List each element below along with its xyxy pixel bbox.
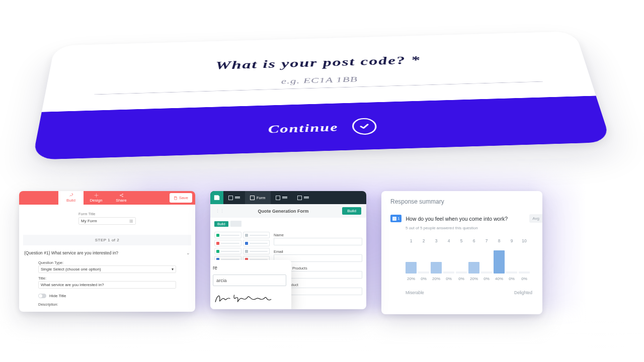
form-editor-card: Form ⋮⋮ Quote Generation Form Build Buil…: [210, 191, 366, 309]
question-text: How do you feel when you come into work?: [406, 216, 525, 222]
toggle-icon: [38, 294, 46, 298]
hero-form-card: What is your post code? * e.g. EC1A 1BB …: [40, 0, 604, 164]
bar-percent: 0%: [484, 277, 490, 281]
title-input[interactable]: What service are you interested in?: [38, 281, 176, 289]
bar-number: 5: [460, 237, 463, 244]
name-label: Name: [274, 233, 362, 237]
bar-percent: 0%: [521, 277, 527, 281]
tab-generic-2[interactable]: [271, 191, 292, 204]
response-summary-card: Response summary 1 How do you feel when …: [381, 191, 542, 314]
svg-point-0: [96, 195, 97, 196]
save-button[interactable]: Save: [170, 193, 192, 203]
bar-percent: 40%: [495, 277, 503, 281]
signature-label: re: [213, 265, 286, 270]
bar-chart: 120%20%320%40%50%620%70%840%90%100%: [390, 237, 542, 281]
title-label: Title:: [38, 276, 176, 281]
component-item[interactable]: [243, 240, 270, 246]
component-item[interactable]: [214, 232, 242, 238]
tab-design[interactable]: Design: [84, 191, 109, 205]
bar-column: 100%: [519, 237, 530, 281]
bar: [506, 272, 517, 274]
name-input[interactable]: [274, 238, 362, 245]
continue-button-label: Continue: [268, 121, 339, 136]
chevron-down-icon: ▾: [172, 267, 174, 272]
bar-number: 9: [511, 237, 513, 244]
app-logo: [210, 191, 223, 204]
bar-percent: 20%: [432, 277, 440, 281]
builder-card: Build Design Share Save Form Title: [19, 191, 195, 312]
bar-number: 6: [473, 237, 475, 244]
editor-title-bar: ⋮⋮ Quote Generation Form Build: [210, 204, 366, 218]
bar-percent: 0%: [421, 277, 427, 281]
bar: [406, 262, 417, 274]
bar-number: 7: [486, 237, 488, 244]
builder-header: Build Design Share Save: [19, 191, 195, 205]
legend-left: Miserable: [406, 290, 424, 295]
form-title-label: Form Title: [78, 212, 136, 216]
bar-column: 20%: [418, 237, 429, 281]
form-title-input[interactable]: My Form ▦: [78, 217, 136, 225]
component-item[interactable]: [243, 232, 270, 238]
bar-column: 50%: [456, 237, 467, 281]
svg-point-1: [120, 195, 121, 196]
bar: [456, 272, 467, 274]
step-chips: Build: [210, 218, 366, 230]
tab-build[interactable]: Build: [58, 191, 84, 205]
bar-percent: 20%: [470, 277, 478, 281]
bar-percent: 0%: [446, 277, 452, 281]
bar-number: 2: [423, 237, 425, 244]
form-name: Quote Generation Form: [224, 209, 342, 214]
bar: [418, 272, 429, 274]
bar-percent: 0%: [509, 277, 515, 281]
tab-form[interactable]: Form: [245, 191, 271, 204]
chevron-down-icon: ⌄: [186, 250, 190, 255]
tab-generic-1[interactable]: [223, 191, 245, 204]
bar-percent: 20%: [407, 277, 415, 281]
bar-number: 4: [448, 237, 450, 244]
bar-chart-icon: [392, 217, 396, 221]
bar-percent: 0%: [458, 277, 464, 281]
step-chip[interactable]: [230, 221, 242, 227]
question-type-select[interactable]: Single Select (choose one option)▾: [38, 265, 176, 273]
tab-share[interactable]: Share: [109, 191, 134, 205]
bar-number: 8: [498, 237, 501, 244]
bar-column: 40%: [443, 237, 454, 281]
input-underline: [94, 81, 543, 95]
bar-column: 120%: [406, 237, 417, 281]
postcode-input-placeholder[interactable]: e.g. EC1A 1BB: [85, 69, 551, 91]
bar: [468, 262, 479, 274]
description-label: Description:: [38, 302, 176, 307]
bar-column: 840%: [494, 237, 505, 281]
calendar-icon: ▦: [129, 219, 133, 223]
bar-column: 70%: [481, 237, 492, 281]
bar-column: 620%: [468, 237, 479, 281]
bar-number: 10: [522, 237, 526, 244]
bar-column: 320%: [431, 237, 442, 281]
bar-number: 3: [435, 237, 438, 244]
question-accordion-header[interactable]: (Question #1) What service are you inter…: [19, 245, 195, 257]
continue-button[interactable]: Continue: [32, 96, 611, 159]
bar: [443, 272, 454, 274]
svg-point-3: [122, 196, 123, 197]
question-type-label: Question Type:: [38, 260, 176, 265]
signature-popover: re arcia: [210, 260, 291, 309]
hide-title-toggle[interactable]: Hide Title: [38, 294, 176, 298]
question-title: What is your post code? *: [88, 50, 547, 75]
tab-generic-3[interactable]: [292, 191, 314, 204]
component-item[interactable]: [214, 240, 242, 246]
signature-icon: [213, 289, 281, 306]
bar: [494, 250, 505, 274]
bar: [481, 272, 492, 274]
response-summary-title: Response summary: [390, 198, 542, 205]
component-item[interactable]: [214, 248, 242, 254]
legend-right: Delighted: [514, 290, 532, 295]
build-button[interactable]: Build: [342, 207, 361, 215]
signature-name-input[interactable]: arcia: [213, 275, 286, 286]
svg-point-2: [122, 194, 123, 195]
editor-header: Form: [210, 191, 366, 204]
component-item[interactable]: [243, 248, 270, 254]
build-chip[interactable]: Build: [214, 221, 228, 227]
bar: [519, 272, 530, 274]
avg-toggle[interactable]: Avg: [529, 214, 542, 223]
grip-icon: ⋮⋮: [215, 209, 224, 214]
